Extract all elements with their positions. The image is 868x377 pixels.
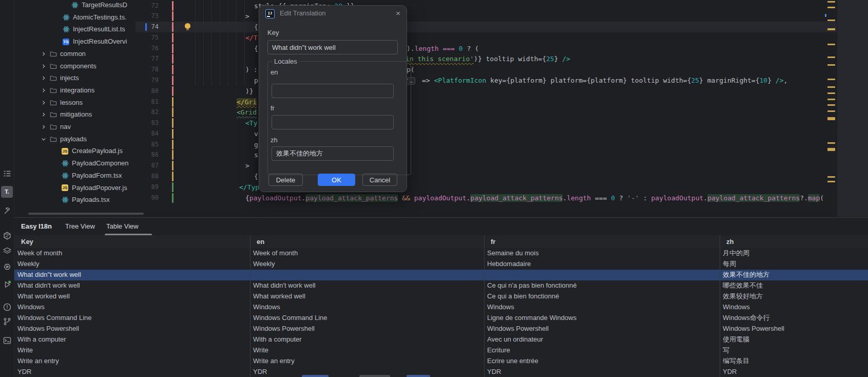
translation-tool-icon[interactable]: T.	[1, 186, 13, 198]
cancel-button[interactable]: Cancel	[362, 174, 397, 186]
code-line-81[interactable]: 81</Gri	[136, 97, 837, 107]
code-line-78[interactable]: 78) :p(	[136, 64, 837, 75]
ok-button[interactable]: OK	[318, 174, 355, 186]
chevron-right-icon[interactable]	[41, 72, 46, 84]
code-line-83[interactable]: 83<Ty	[136, 118, 837, 128]
tree-item-components[interactable]: components	[14, 60, 136, 72]
code-line-75[interactable]: 75</T	[136, 32, 837, 43]
tree-item-common[interactable]: common	[14, 48, 136, 60]
table-row[interactable]: WriteWriteEcriture写	[14, 345, 868, 356]
tree-item-integrations[interactable]: integrations	[14, 84, 136, 97]
cell-zh[interactable]: 效果较好地方	[723, 291, 865, 302]
cell-key[interactable]: Weekly	[17, 259, 247, 270]
cell-en[interactable]	[253, 270, 481, 280]
cell-fr[interactable]: Windows Powershell	[487, 324, 717, 334]
cell-en[interactable]: Windows	[253, 302, 481, 313]
cell-en[interactable]: Windows Powershell	[253, 324, 481, 334]
chevron-right-icon[interactable]	[41, 60, 46, 72]
locale-en-input[interactable]	[272, 84, 394, 98]
structure-icon[interactable]	[1, 167, 13, 179]
tree-item-payloads[interactable]: payloads	[14, 133, 136, 145]
cell-fr[interactable]: YDR	[487, 367, 717, 377]
cell-key[interactable]: Windows	[17, 302, 247, 313]
cell-zh[interactable]: 编写条目	[723, 356, 865, 367]
column-header-fr[interactable]: fr	[491, 235, 716, 248]
cell-zh[interactable]: 月中的周	[723, 248, 865, 259]
code-line-87[interactable]: 87>	[136, 160, 837, 171]
tree-item-nav[interactable]: nav	[14, 121, 136, 133]
table-row[interactable]: What worked wellWhat worked wellCe qui a…	[14, 291, 868, 303]
column-header-key[interactable]: Key	[21, 235, 246, 248]
cell-fr[interactable]: Hebdomadaire	[487, 259, 717, 270]
cell-zh[interactable]: 效果不佳的地方	[723, 270, 865, 280]
build-hammer-icon[interactable]	[1, 205, 13, 217]
cell-zh[interactable]: 写	[723, 345, 865, 356]
tab-table-view[interactable]: Table View	[106, 218, 139, 235]
cell-fr[interactable]: Avec un ordinateur	[487, 334, 717, 345]
locale-fr-input[interactable]	[272, 115, 394, 129]
cell-en[interactable]: Windows Command Line	[253, 313, 481, 324]
tree-item-injectresultlist-ts[interactable]: InjectResultList.ts	[14, 23, 136, 35]
tree-item-payloadform-tsx[interactable]: PayloadForm.tsx	[14, 169, 136, 182]
layers-icon[interactable]	[1, 245, 13, 257]
cell-zh[interactable]: 使用電腦	[723, 334, 865, 345]
table-hscrollbar-segment[interactable]	[407, 375, 430, 377]
cell-en[interactable]: Weekly	[253, 259, 481, 270]
cell-fr[interactable]: Windows	[487, 302, 717, 313]
code-line-80[interactable]: 80)}	[136, 86, 837, 97]
cell-key[interactable]: YDR	[17, 367, 247, 377]
locale-zh-input[interactable]	[272, 146, 394, 161]
code-line-77[interactable]: 77<in this scenario')} tooltip width={25…	[136, 53, 837, 64]
table-row[interactable]: Windows PowershellWindows PowershellWind…	[14, 324, 868, 335]
chevron-right-icon[interactable]	[41, 108, 46, 121]
cell-zh[interactable]: Windows命令行	[723, 313, 865, 324]
cell-fr[interactable]	[487, 270, 717, 280]
cell-key[interactable]: Windows Command Line	[17, 313, 247, 324]
tree-item-mitigations[interactable]: mitigations	[14, 108, 136, 121]
code-editor[interactable]: 72style={{ marginTop: 20 }}73>74{75</T76…	[136, 0, 837, 217]
cell-zh[interactable]: 每周	[723, 259, 865, 270]
tree-item-atomictestings-ts-[interactable]: AtomicTestings.ts.	[14, 11, 136, 24]
cell-fr[interactable]: Ecriture	[487, 345, 717, 356]
table-row[interactable]: Windows Command LineWindows Command Line…	[14, 313, 868, 324]
cell-zh[interactable]: Windows Powershell	[723, 324, 865, 334]
chevron-right-icon[interactable]	[41, 97, 46, 109]
cell-en[interactable]: Week of month	[253, 248, 481, 259]
chevron-right-icon[interactable]	[41, 121, 46, 133]
table-row[interactable]: YDRYDRYDRYDR	[14, 367, 868, 377]
code-line-76[interactable]: 76{(p).length === 0 ? (	[136, 43, 837, 54]
code-line-90[interactable]: 90{payloadOutput.payload_attack_patterns…	[136, 193, 837, 203]
column-header-en[interactable]: en	[257, 235, 480, 248]
table-hscrollbar-segment[interactable]	[302, 375, 329, 377]
cell-key[interactable]: Week of month	[17, 248, 247, 259]
code-line-79[interactable]: 79pl'…=> <PlatformIcon key={platform} pl…	[136, 75, 837, 86]
table-row[interactable]: WeeklyWeeklyHebdomadaire每周	[14, 259, 868, 270]
close-icon[interactable]: ×	[396, 6, 400, 21]
table-row[interactable]: What didn"t work well效果不佳的地方	[14, 270, 868, 281]
tree-horizontal-scrollbar[interactable]	[28, 213, 144, 215]
key-input[interactable]	[267, 40, 398, 54]
table-hscrollbar-segment[interactable]	[359, 375, 390, 377]
tree-item-injects[interactable]: injects	[14, 72, 136, 84]
code-line-73[interactable]: 73>	[136, 11, 837, 22]
chevron-right-icon[interactable]	[41, 84, 46, 97]
cell-fr[interactable]: Ce qui n'a pas bien fonctionné	[487, 280, 717, 291]
terminal-icon[interactable]	[1, 334, 13, 346]
tree-item-lessons[interactable]: lessons	[14, 97, 136, 109]
code-line-82[interactable]: 82<Grid	[136, 107, 837, 118]
cell-fr[interactable]: Ligne de commande Windows	[487, 313, 717, 324]
cell-en[interactable]: What didn't work well	[253, 280, 481, 291]
cell-key[interactable]: Write an entry	[17, 356, 247, 367]
table-row[interactable]: Week of monthWeek of monthSemaine du moi…	[14, 248, 868, 259]
code-line-85[interactable]: 85g	[136, 139, 837, 150]
code-line-84[interactable]: 84v	[136, 128, 837, 139]
chevron-right-icon[interactable]	[41, 48, 46, 60]
cell-fr[interactable]: Semaine du mois	[487, 248, 717, 259]
code-line-86[interactable]: 86s	[136, 149, 837, 160]
graphql-icon[interactable]	[1, 230, 13, 241]
project-tree[interactable]: TargetResultsDAtomicTestings.ts.InjectRe…	[14, 0, 136, 217]
delete-button[interactable]: Delete	[268, 174, 303, 186]
cell-key[interactable]: With a computer	[17, 334, 247, 345]
git-branch-icon[interactable]	[1, 315, 13, 327]
table-row[interactable]: WindowsWindowsWindowsWindows	[14, 302, 868, 313]
